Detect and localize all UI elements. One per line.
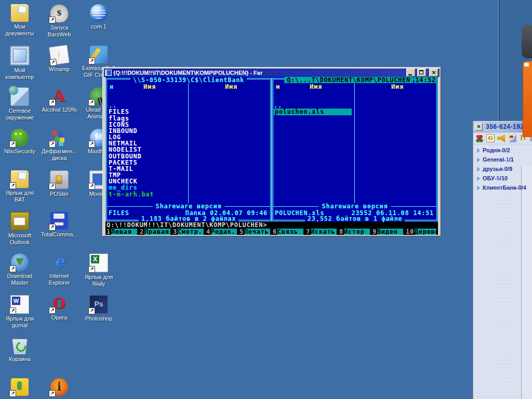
contact-group-text: Родня - 0/2: [483, 147, 510, 153]
group-name: ОБУ: [483, 175, 495, 181]
desktop-icon-label: Internet Explorer: [39, 273, 79, 286]
contact-group[interactable]: Родня - 0/2: [473, 145, 532, 155]
desktop-icon[interactable]: Opera: [39, 295, 79, 321]
expand-triangle-icon[interactable]: [477, 167, 480, 171]
far-window: {Q:\!!DOKUM!!\IT\DOKUMENT\KOMP\POLUCHEN}…: [102, 67, 441, 236]
desktop-icon-label: Opera: [39, 314, 79, 321]
left-bytes-total: 1,183 байтов в 2 файлах: [139, 216, 238, 222]
group-total-count: 2: [507, 147, 510, 153]
left-col1-header: Имя: [143, 84, 156, 90]
function-key[interactable]: 10 Дерево: [405, 229, 438, 235]
desktop-icon-label: Microsoft Outlook: [0, 232, 39, 246]
close-icon: ×: [430, 69, 438, 76]
expand-triangle-icon[interactable]: [477, 185, 480, 190]
function-key-label: Истор: [344, 229, 370, 235]
left-file-list: ..FILESflagsICONSINBOUNDLOGNETMAILNODELI…: [109, 90, 154, 210]
desktop-icon[interactable]: TotalComma...: [39, 212, 79, 238]
desktop-icon-image: [49, 45, 70, 66]
contact-group-text: друзья - 0/9: [483, 166, 512, 172]
file-row[interactable]: poluchen.xls: [274, 109, 352, 115]
function-key[interactable]: 2 Правая: [139, 229, 172, 235]
offscreen-orange-object: [523, 61, 532, 137]
desktop-icon[interactable]: Winamp: [39, 46, 79, 73]
desktop-icon[interactable]: Photoshop: [79, 295, 118, 322]
desktop-icon[interactable]: Alcohol 120%: [39, 87, 79, 113]
desktop-icon-image: [90, 4, 108, 22]
left-panel-path[interactable]: \\S-050-33139\C$\ClientBank: [130, 77, 247, 83]
expand-triangle-icon[interactable]: [477, 148, 480, 152]
function-key[interactable]: 4 Редак.: [205, 229, 238, 235]
group-total-count: 4: [523, 184, 526, 191]
desktop-icon[interactable]: POSter: [39, 170, 79, 197]
close-button[interactable]: ×: [429, 69, 438, 77]
function-key[interactable]: 7 Искать: [305, 229, 338, 235]
far-window-title: {Q:\!!DOKUM!!\IT\DOKUMENT\KOMP\POLUCHEN}…: [113, 69, 262, 77]
file-row[interactable]: t-m-arh.bat: [109, 191, 154, 197]
desktop-icon-image: [50, 4, 69, 23]
desktop-icon-image: [50, 212, 68, 230]
function-key[interactable]: 8 Истор: [338, 229, 371, 235]
desktop-icon[interactable]: Internet Explorer: [39, 254, 79, 286]
left-status-name: FILES: [109, 210, 129, 216]
expand-triangle-icon[interactable]: [477, 157, 480, 162]
desktop-icon-label: NbuSecurity: [0, 148, 39, 155]
function-key-label: Связь: [277, 229, 303, 235]
group-name: друзья: [483, 166, 502, 172]
desktop-icon[interactable]: [0, 378, 39, 397]
maximize-button[interactable]: [417, 69, 427, 77]
function-key-number: 1: [105, 229, 111, 235]
contact-group[interactable]: ОБУ - 5/10: [473, 174, 532, 183]
desktop-icon[interactable]: Ярлык для filialy: [79, 254, 118, 287]
user-info-icon[interactable]: [508, 134, 516, 142]
desktop-icon[interactable]: [39, 378, 79, 397]
desktop-icon-image: [10, 295, 29, 314]
desktop-icon[interactable]: Мои документы: [0, 4, 39, 37]
close-button[interactable]: x: [475, 123, 483, 131]
contact-list-window: x 356-624-192 Родня - 0/2 General - 1/1: [473, 121, 532, 399]
contact-group[interactable]: друзья - 0/9: [473, 164, 532, 174]
contact-group[interactable]: General - 1/1: [473, 155, 532, 164]
right-version-label: Shareware версия: [319, 203, 391, 209]
function-key[interactable]: 6 Связь: [272, 229, 305, 235]
right-file-list: ..poluchen.xls: [274, 90, 352, 128]
function-key-number: 9: [371, 229, 377, 235]
desktop-icon[interactable]: NbuSecurity: [0, 129, 39, 155]
right-panel-column-divider: [354, 83, 355, 204]
desktop-icon-image: [11, 4, 29, 22]
desktop-icon[interactable]: Ярлык для gurnal: [0, 295, 39, 329]
desktop-icon[interactable]: Запуск BarsWeb: [39, 4, 79, 38]
desktop-icon[interactable]: Microsoft Outlook: [0, 212, 39, 246]
desktop-icon[interactable]: Download Master: [0, 254, 39, 286]
g-button-icon[interactable]: [486, 134, 495, 142]
command-line[interactable]: Q:\!!DOKUM!!\IT\DOKUMENT\KOMP\POLUCHEN>: [107, 222, 267, 228]
desktop-icon-image: [89, 254, 108, 272]
desktop-icon[interactable]: Корзина: [0, 337, 39, 363]
desktop-icon[interactable]: Ярлык для BAT: [0, 170, 39, 203]
desktop-icon-image: [89, 295, 108, 314]
group-total-count: 9: [509, 166, 512, 172]
minimize-icon: [408, 74, 412, 75]
minimize-button[interactable]: [406, 69, 416, 77]
contact-group[interactable]: КлиентБанк - 0/4: [473, 183, 532, 192]
desktop-icon[interactable]: com 1: [79, 4, 118, 30]
right-panel-path[interactable]: Q:\...T\DOKUMENT\KOMP\POLUCHEN: [284, 77, 413, 83]
list-right-padding: [522, 166, 532, 399]
speaker-icon[interactable]: [497, 134, 506, 142]
contact-group-text: ОБУ - 5/10: [483, 175, 508, 181]
far-titlebar[interactable]: {Q:\!!DOKUM!!\IT\DOKUMENT\KOMP\POLUCHEN}…: [104, 69, 440, 77]
list-frame-line: [521, 166, 522, 399]
function-key-bar: 1 Левая 2 Правая 3 Смотр. 4 Редак. 5: [105, 229, 438, 235]
qip-flower-icon[interactable]: [475, 134, 484, 142]
function-key[interactable]: 9 Видео: [371, 229, 405, 235]
offscreen-dark-object: [522, 25, 532, 58]
desktop-icon[interactable]: Сетевое окружение: [0, 87, 39, 121]
expand-triangle-icon[interactable]: [477, 176, 480, 180]
function-key[interactable]: 5 Печать: [238, 229, 272, 235]
function-key[interactable]: 1 Левая: [105, 229, 139, 235]
desktop-icon[interactable]: Дефрагмен... диска: [39, 129, 79, 162]
desktop-icon-label: Мои документы: [0, 23, 39, 37]
desktop-icon[interactable]: Мой компьютер: [0, 46, 39, 81]
contact-group-list: Родня - 0/2 General - 1/1 друзья - 0/9 О…: [473, 144, 532, 399]
desktop-icon-label: Photoshop: [79, 315, 118, 322]
function-key[interactable]: 3 Смотр.: [172, 229, 205, 235]
